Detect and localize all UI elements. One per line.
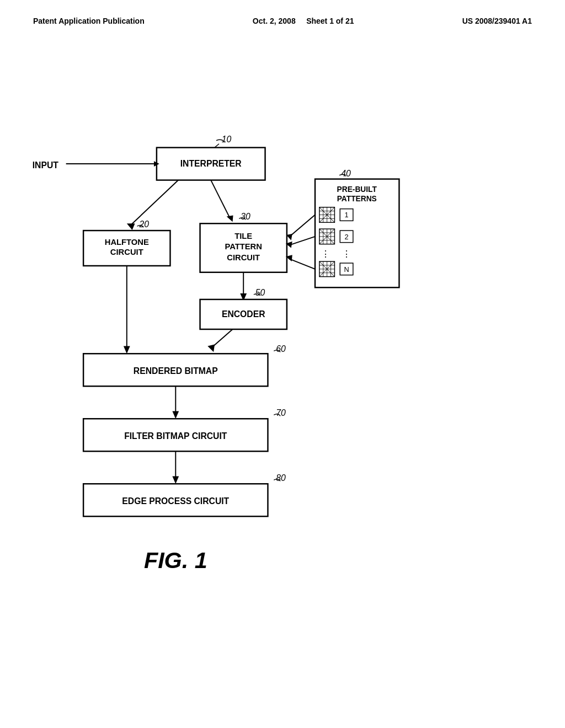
arrow-interpreter-tile (211, 180, 230, 218)
halftone-label2: CIRCUIT (110, 248, 143, 256)
arrow-pattern1-tile (289, 215, 315, 237)
dots-pattern: ⋮ (321, 249, 330, 259)
pre-built-label2: PATTERNS (337, 195, 377, 203)
interpreter-label: INTERPRETER (180, 159, 242, 168)
ref-20: 20 (138, 220, 149, 229)
svg-marker-3 (227, 216, 233, 222)
header-sheet: Sheet 1 of 21 (306, 17, 354, 25)
ref-40: 40 (341, 169, 351, 178)
header-date-sheet: Oct. 2, 2008 Sheet 1 of 21 (253, 17, 354, 25)
ref-60: 60 (276, 344, 286, 354)
tile-label3: CIRCUIT (227, 253, 260, 262)
filter-bitmap-label: FILTER BITMAP CIRCUIT (124, 431, 227, 441)
ref-70: 70 (276, 408, 286, 417)
edge-process-label: EDGE PROCESS CIRCUIT (122, 496, 229, 506)
figure-label: FIG. 1 (144, 548, 207, 573)
ref-50: 50 (255, 288, 265, 297)
halftone-label1: HALFTONE (105, 238, 149, 247)
ref-10: 10 (222, 135, 232, 144)
svg-marker-35 (172, 476, 179, 484)
ref-30: 30 (241, 212, 250, 221)
patent-diagram: 10 INTERPRETER INPUT 20 HALFTONE CIRCUIT… (0, 36, 565, 687)
page-header: Patent Application Publication Oct. 2, 2… (0, 0, 565, 25)
pattern-num-label-2: 2 (344, 233, 348, 241)
input-label: INPUT (33, 160, 59, 170)
pre-built-label1: PRE-BUILT (337, 185, 377, 194)
arrow-pattern2-tile (289, 237, 315, 245)
svg-marker-33 (207, 345, 215, 352)
header-patent-number: US 2008/239401 A1 (462, 17, 532, 25)
diagram-area: 10 INTERPRETER INPUT 20 HALFTONE CIRCUIT… (0, 36, 565, 687)
header-publication: Patent Application Publication (33, 17, 145, 25)
dots-number: ⋮ (342, 249, 351, 259)
pattern-num-label-n: N (344, 265, 349, 274)
ref-80: 80 (276, 473, 286, 483)
encoder-label: ENCODER (222, 309, 265, 319)
tile-label1: TILE (234, 232, 252, 240)
svg-marker-32 (124, 346, 130, 354)
svg-marker-2 (127, 223, 135, 230)
arrow-interpreter-halftone (130, 180, 179, 227)
pattern-num-label-1: 1 (344, 211, 348, 219)
rendered-bitmap-label: RENDERED BITMAP (134, 366, 218, 376)
svg-marker-34 (172, 411, 179, 419)
arrow-patternn-tile (289, 259, 315, 269)
header-date: Oct. 2, 2008 (253, 17, 296, 25)
tile-label2: PATTERN (225, 242, 262, 251)
